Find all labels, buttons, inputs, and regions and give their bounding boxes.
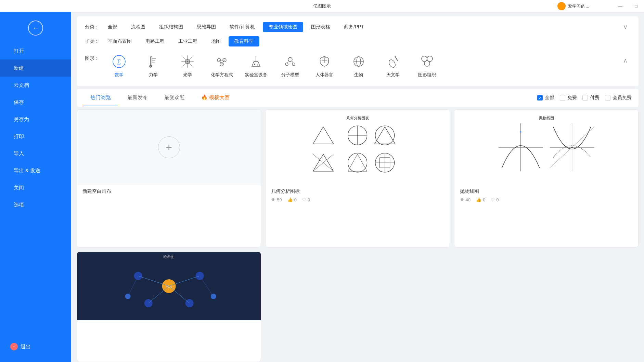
shape-math[interactable]: ∑ 数学 <box>102 51 136 81</box>
category-professional[interactable]: 专业领域绘图 <box>263 22 303 32</box>
new-canvas-preview: + <box>77 110 261 185</box>
parabola-view-icon: 👁 <box>460 197 464 202</box>
tab-contest[interactable]: 🔥 模板大赛 <box>194 90 236 106</box>
category-filter-row: 分类： 全部 流程图 组织结构图 思维导图 软件/计算机 专业领域绘图 图形表格… <box>85 22 630 32</box>
tab-popular[interactable]: 最受欢迎 <box>157 90 192 106</box>
subcategory-items: 平面布置图 电路工程 工业工程 地图 教育科学 <box>102 36 630 46</box>
sidebar-item-saveas[interactable]: 另存为 <box>0 111 71 128</box>
tab-hot[interactable]: 热门浏览 <box>83 90 118 106</box>
sidebar-item-options[interactable]: 选项 <box>0 196 71 213</box>
shape-molecule[interactable]: 分子模型 <box>273 51 307 81</box>
subcategory-filter-row: 子类： 平面布置图 电路工程 工业工程 地图 教育科学 <box>85 36 630 46</box>
geometry-title: 几何分析图标 <box>271 188 444 195</box>
shape-collapse-button[interactable]: ∧ <box>620 55 630 66</box>
category-flowchart[interactable]: 流程图 <box>125 22 151 32</box>
shape-items: ∑ 数学 <box>102 51 620 81</box>
svg-point-41 <box>375 126 395 145</box>
filter-member-label: 会员免费 <box>613 95 632 101</box>
geometry-svg: 几何分析图表 <box>269 113 446 182</box>
network-svg: 哈希图 节点 <box>77 252 261 320</box>
svg-text:抛物线图: 抛物线图 <box>539 116 554 120</box>
category-mindmap[interactable]: 思维导图 <box>191 22 222 32</box>
category-org[interactable]: 组织结构图 <box>153 22 189 32</box>
sidebar-bottom: − 退出 <box>0 338 71 362</box>
geometry-card[interactable]: 几何分析图表 <box>265 109 450 247</box>
sidebar-item-open[interactable]: 打开 <box>0 42 71 59</box>
filter-member[interactable]: 会员免费 <box>605 95 632 101</box>
shape-mechanics[interactable]: 力学 <box>136 51 170 81</box>
sub-circuit[interactable]: 电路工程 <box>140 36 170 46</box>
maximize-button[interactable]: □ <box>628 0 644 12</box>
sidebar-item-import[interactable]: 导入 <box>0 145 71 162</box>
shape-filter-row: 图形： ∑ 数学 <box>85 51 630 81</box>
geometry-likes: 👍 0 <box>287 197 297 202</box>
checkbox-member[interactable] <box>605 95 610 100</box>
shape-astronomy[interactable]: 天文学 <box>376 51 410 81</box>
sidebar-item-print[interactable]: 打印 <box>0 128 71 145</box>
checkbox-all[interactable]: ✓ <box>537 95 543 100</box>
category-charts[interactable]: 图形表格 <box>305 22 336 32</box>
molecule-icon <box>282 53 298 70</box>
svg-point-19 <box>254 64 255 65</box>
parabola-view-count: 40 <box>466 197 471 202</box>
parabola-stats: 👁 40 👍 0 ♡ 0 <box>460 197 633 202</box>
parabola-like-icon: 👍 <box>476 197 481 202</box>
biology-icon <box>350 53 367 70</box>
filter-all[interactable]: ✓ 全部 <box>537 95 554 101</box>
anatomy-icon <box>316 53 333 70</box>
sidebar-item-cloud[interactable]: 云文档 <box>0 77 71 94</box>
sidebar-item-save[interactable]: 保存 <box>0 94 71 111</box>
new-canvas-card[interactable]: + 新建空白画布 <box>77 109 261 247</box>
checkbox-paid[interactable] <box>582 95 588 100</box>
filter-free-label: 免费 <box>567 95 577 101</box>
tab-bar: 热门浏览 最新发布 最受欢迎 🔥 模板大赛 ✓ 全部 免费 付费 <box>77 89 639 107</box>
shape-chemistry[interactable]: 化学方程式 <box>205 51 239 81</box>
parabola-fav-count: 0 <box>496 197 499 202</box>
shape-anatomy[interactable]: 人体器官 <box>307 51 342 81</box>
parabola-card[interactable]: 抛物线图 <box>454 109 639 247</box>
svg-point-22 <box>285 63 288 66</box>
shape-optics[interactable]: 光学 <box>170 51 205 81</box>
parabola-info: 抛物线图 👁 40 👍 0 ♡ 0 <box>454 185 638 206</box>
checkbox-free[interactable] <box>560 95 565 100</box>
svg-point-58 <box>571 147 572 148</box>
filter-free[interactable]: 免费 <box>560 95 577 101</box>
app-title: 亿图图示 <box>313 3 331 9</box>
parabola-svg: 抛物线图 <box>458 113 635 182</box>
tab-filters: ✓ 全部 免费 付费 会员免费 <box>537 95 632 101</box>
view-icon: 👁 <box>271 197 275 202</box>
sidebar-item-close[interactable]: 关闭 <box>0 179 71 196</box>
geometry-favorites: ♡ 0 <box>302 197 310 202</box>
shape-lab[interactable]: 实验室设备 <box>239 51 273 81</box>
logout-button[interactable]: − 退出 <box>0 338 71 355</box>
svg-point-34 <box>424 61 430 66</box>
category-expand-button[interactable]: ∨ <box>620 22 630 32</box>
logout-icon: − <box>10 343 18 350</box>
new-canvas-title: 新建空白画布 <box>82 188 255 195</box>
add-canvas-icon: + <box>158 136 180 158</box>
back-button[interactable]: ← <box>28 21 43 36</box>
shape-biology[interactable]: 生物 <box>342 51 376 81</box>
sidebar-back[interactable]: ← <box>0 16 71 42</box>
minimize-button[interactable]: — <box>613 0 628 12</box>
parabola-fav-icon: ♡ <box>491 197 495 202</box>
filter-all-label: 全部 <box>545 95 554 101</box>
shape-graphic-org[interactable]: 图形组织 <box>410 51 444 81</box>
sidebar-item-new[interactable]: 新建 <box>0 59 71 77</box>
math-icon: ∑ <box>111 53 127 70</box>
network-card[interactable]: 哈希图 节点 <box>77 252 261 362</box>
sub-education[interactable]: 教育科学 <box>229 36 259 46</box>
sub-floor-plan[interactable]: 平面布置图 <box>102 36 138 46</box>
svg-marker-46 <box>348 154 367 171</box>
svg-line-24 <box>287 61 288 63</box>
filter-paid[interactable]: 付费 <box>582 95 600 101</box>
category-software[interactable]: 软件/计算机 <box>224 22 261 32</box>
shape-label: 图形： <box>85 55 102 62</box>
sidebar-item-export[interactable]: 导出 & 发送 <box>0 162 71 179</box>
sub-industrial[interactable]: 工业工程 <box>172 36 203 46</box>
sub-map[interactable]: 地图 <box>205 36 227 46</box>
category-business[interactable]: 商务/PPT <box>338 22 370 32</box>
category-all[interactable]: 全部 <box>102 22 123 32</box>
tab-new[interactable]: 最新发布 <box>120 90 155 106</box>
filter-paid-label: 付费 <box>590 95 600 101</box>
